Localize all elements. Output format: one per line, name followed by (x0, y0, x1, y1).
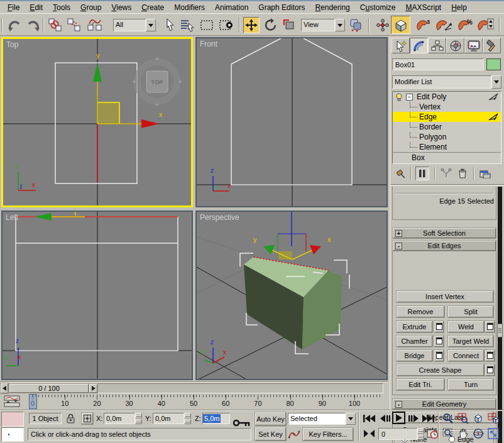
menu-file[interactable]: File (3, 2, 25, 13)
tab-display[interactable] (464, 38, 483, 53)
weld-button[interactable]: Weld (448, 321, 484, 332)
current-frame-field[interactable]: 0 (378, 428, 417, 440)
viewport-top[interactable]: TOP Top y x y x z (1, 37, 193, 207)
zoom-extents-icon[interactable] (472, 412, 485, 425)
modifier-list-arrow[interactable] (491, 75, 501, 89)
tab-modify[interactable] (410, 38, 428, 53)
rollout-toggle[interactable]: + (395, 230, 402, 237)
turn-button[interactable]: Turn (448, 379, 493, 390)
use-pivot-point-icon[interactable] (348, 17, 364, 33)
reference-coordsys-combo[interactable]: View (301, 19, 345, 31)
menu-help[interactable]: Help (446, 2, 472, 13)
select-and-manipulate-icon[interactable] (375, 17, 391, 33)
snap-toggle-icon[interactable]: 3 (415, 17, 432, 33)
stack-row-border[interactable]: Border (393, 122, 501, 132)
absolute-mode-toggle-icon[interactable] (82, 413, 93, 424)
zoom-extents-all-icon[interactable] (487, 412, 500, 425)
menu-graph-editors[interactable]: Graph Editors (253, 2, 310, 13)
next-frame-icon[interactable] (407, 413, 420, 424)
selection-set-arrow[interactable] (346, 413, 356, 425)
object-color-swatch[interactable] (486, 58, 501, 70)
auto-key-button[interactable]: Auto Key (255, 412, 286, 425)
unlink-selection-icon[interactable] (66, 17, 82, 33)
coord-x-field[interactable]: 0,0m (104, 413, 135, 424)
maximize-viewport-toggle-icon[interactable] (487, 427, 500, 440)
tab-create[interactable] (392, 38, 410, 53)
frame-forward-button[interactable] (89, 384, 97, 393)
rollout-edit-geometry[interactable]: - Edit Geometry (393, 399, 496, 409)
bridge-button[interactable]: Bridge (397, 350, 432, 361)
modifier-list-combo[interactable]: Modifier List (392, 75, 501, 89)
rollout-toggle[interactable]: - (395, 401, 402, 408)
create-shape-settings-button[interactable] (485, 364, 495, 376)
key-mode-toggle-icon[interactable] (362, 428, 376, 439)
zoom-icon[interactable] (442, 412, 454, 425)
menu-modifiers[interactable]: Modifiers (169, 2, 210, 13)
viewport-perspective-label[interactable]: Perspective (200, 213, 239, 222)
configure-modifier-sets-icon[interactable] (478, 167, 492, 180)
split-button[interactable]: Split (448, 306, 493, 317)
time-slider-button[interactable]: 0 / 100 (9, 384, 89, 393)
remove-button[interactable]: Remove (397, 306, 444, 317)
rectangular-selection-region-icon[interactable] (199, 17, 215, 33)
create-shape-button[interactable]: Create Shape (397, 364, 484, 376)
bridge-settings-button[interactable] (434, 350, 444, 361)
stack-row-edge[interactable]: Edge (393, 112, 501, 122)
menu-customize[interactable]: Customize (355, 2, 401, 13)
percent-snap-toggle-icon[interactable]: % (458, 17, 474, 33)
select-by-name-icon[interactable] (179, 17, 195, 33)
viewport-left[interactable]: Left z y x (1, 211, 193, 380)
stack-row-modifier[interactable]: −Edit Poly (393, 92, 501, 102)
tab-motion[interactable] (446, 38, 464, 53)
modifier-stack[interactable]: −Edit PolyVertexEdgeBorderPolygonElement… (392, 91, 501, 164)
menu-views[interactable]: Views (106, 2, 136, 13)
stack-row-base-object[interactable]: Box (393, 153, 501, 163)
frame-spinner[interactable] (417, 428, 424, 440)
viewport-top-label[interactable]: Top (6, 40, 18, 49)
mini-listener-pink[interactable] (1, 412, 24, 427)
keyboard-shortcut-override-icon[interactable] (391, 16, 410, 34)
select-and-link-icon[interactable] (47, 17, 63, 33)
tab-utilities[interactable] (483, 38, 501, 53)
menu-rendering[interactable]: Rendering (310, 2, 354, 13)
track-bar[interactable]: 0102030405060708090100 (0, 394, 388, 410)
viewport-perspective[interactable]: Perspective y x z y x (195, 211, 388, 380)
chamfer-button[interactable]: Chamfer (397, 336, 432, 347)
remove-modifier-icon[interactable] (456, 167, 469, 180)
menu-animation[interactable]: Animation (210, 2, 253, 13)
rollout-soft-selection[interactable]: + Soft Selection (393, 228, 496, 238)
key-filters-button[interactable]: Key Filters... (303, 428, 353, 440)
select-and-scale-icon[interactable] (281, 17, 297, 33)
bind-to-space-warp-icon[interactable] (87, 17, 103, 33)
reference-coordsys-arrow[interactable] (335, 19, 345, 31)
selection-set-value[interactable]: Selected (288, 413, 346, 425)
pin-stack-icon[interactable] (394, 167, 408, 180)
chamfer-settings-button[interactable] (434, 336, 444, 347)
menu-create[interactable]: Create (136, 2, 169, 13)
connect-settings-button[interactable] (485, 350, 495, 361)
selection-set-combo[interactable]: Selected (288, 413, 356, 425)
coord-y-spinner[interactable] (184, 413, 191, 424)
coord-x-spinner[interactable] (135, 413, 142, 424)
insert-vertex-button[interactable]: Insert Vertex (397, 291, 493, 302)
pan-view-icon[interactable] (457, 427, 469, 440)
time-slider-marker[interactable] (29, 394, 37, 409)
set-keys-key-icon[interactable] (233, 418, 251, 428)
make-unique-icon[interactable] (439, 167, 453, 180)
tab-hierarchy[interactable] (428, 38, 446, 53)
previous-frame-icon[interactable] (379, 413, 392, 424)
extrude-settings-button[interactable] (434, 321, 444, 332)
menu-tools[interactable]: Tools (48, 2, 75, 13)
frame-back-button[interactable] (1, 383, 8, 393)
stack-row-polygon[interactable]: Polygon (393, 132, 501, 142)
stack-row-element[interactable]: Element (393, 142, 501, 152)
time-configuration-icon[interactable] (426, 427, 439, 440)
object-name-field[interactable]: Box01 (392, 58, 484, 70)
spinner-snap-toggle-icon[interactable] (478, 17, 494, 33)
scrollbar-thumb[interactable] (497, 324, 503, 337)
select-and-move-icon[interactable] (243, 17, 260, 33)
stack-row-vertex[interactable]: Vertex (393, 102, 501, 112)
arc-rotate-icon[interactable] (472, 427, 485, 440)
window-crossing-toggle-icon[interactable] (218, 17, 234, 33)
coord-y-field[interactable]: 0,0m (153, 413, 184, 424)
